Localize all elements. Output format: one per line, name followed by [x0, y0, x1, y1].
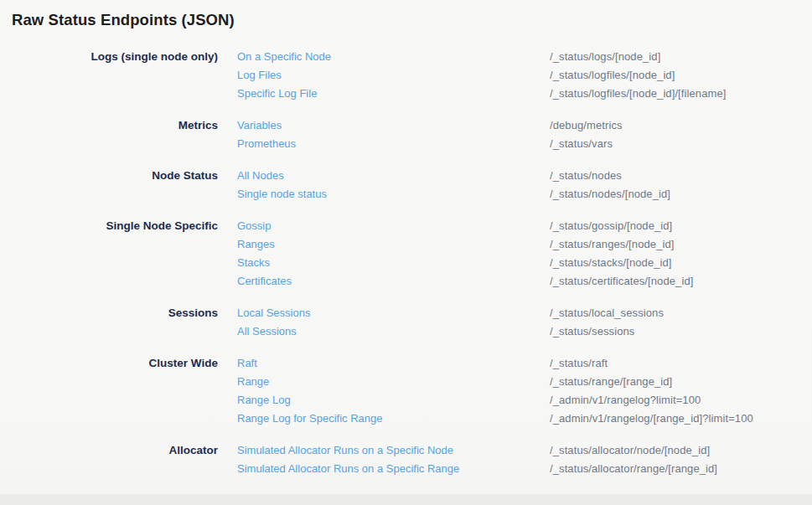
endpoint-link[interactable]: Specific Log File — [237, 87, 317, 100]
endpoint-link-cell: Simulated Allocator Runs on a Specific R… — [218, 461, 550, 476]
endpoint-link[interactable]: Certificates — [237, 275, 292, 287]
endpoint-section: Node Status All Nodes /_status/nodes Sin… — [0, 166, 812, 203]
endpoint-link-cell: Certificates — [218, 273, 550, 288]
endpoint-link-cell: Local Sessions — [218, 305, 550, 320]
endpoint-row: Ranges /_status/ranges/[node_id] — [218, 234, 812, 253]
endpoint-row: Log Files /_status/logfiles/[node_id] — [218, 65, 812, 84]
section-entries: Local Sessions /_status/local_sessions A… — [218, 303, 812, 340]
section-entries: All Nodes /_status/nodes Single node sta… — [218, 166, 812, 203]
endpoint-link-cell: Specific Log File — [218, 85, 550, 100]
page-title: Raw Status Endpoints (JSON) — [12, 11, 812, 29]
endpoint-link-cell: On a Specific Node — [218, 49, 550, 64]
endpoint-link[interactable]: Gossip — [237, 219, 271, 232]
footer-strip — [0, 494, 812, 505]
endpoint-row: Stacks /_status/stacks/[node_id] — [218, 253, 812, 271]
endpoint-link[interactable]: Stacks — [237, 256, 270, 269]
endpoint-link-cell: All Sessions — [218, 323, 550, 338]
endpoint-row: Specific Log File /_status/logfiles/[nod… — [218, 84, 812, 102]
endpoint-link-cell: Log Files — [218, 67, 550, 82]
endpoint-link[interactable]: Single node status — [237, 188, 327, 200]
endpoint-row: On a Specific Node /_status/logs/[node_i… — [218, 47, 812, 65]
endpoint-row: Simulated Allocator Runs on a Specific R… — [218, 459, 812, 477]
debug-endpoints-page: Raw Status Endpoints (JSON) Logs (single… — [0, 0, 812, 494]
section-category-label: Single Node Specific — [0, 216, 218, 290]
section-category-label: Sessions — [0, 303, 218, 340]
endpoint-link[interactable]: Local Sessions — [237, 307, 310, 319]
endpoint-link-cell: Simulated Allocator Runs on a Specific N… — [218, 442, 550, 457]
endpoint-link[interactable]: Prometheus — [237, 137, 296, 150]
endpoint-row: Single node status /_status/nodes/[node_… — [218, 184, 812, 203]
endpoint-path: /_status/certificates/[node_id] — [550, 275, 693, 287]
endpoint-link[interactable]: Log Files — [237, 69, 282, 81]
endpoint-section: Logs (single node only) On a Specific No… — [0, 47, 812, 102]
endpoint-path: /_status/logs/[node_id] — [550, 50, 660, 63]
section-category-label: Allocator — [0, 441, 218, 477]
endpoint-path: /_status/raft — [550, 357, 608, 369]
endpoint-row: All Sessions /_status/sessions — [218, 322, 812, 340]
endpoint-link[interactable]: All Sessions — [237, 325, 297, 338]
endpoint-link-cell: Gossip — [218, 218, 550, 233]
endpoint-path: /_status/logfiles/[node_id]/[filename] — [550, 87, 726, 100]
endpoint-row: Variables /debug/metrics — [218, 116, 812, 134]
endpoint-link-cell: Single node status — [218, 186, 550, 201]
endpoint-link[interactable]: On a Specific Node — [237, 50, 331, 63]
endpoint-path: /_status/sessions — [550, 325, 634, 338]
section-entries: Simulated Allocator Runs on a Specific N… — [218, 441, 812, 477]
endpoint-link-cell: Range Log for Specific Range — [218, 410, 550, 425]
endpoint-link-cell: Ranges — [218, 236, 550, 251]
section-entries: Raft /_status/raft Range /_status/range/… — [218, 353, 812, 427]
endpoint-path: /_status/ranges/[node_id] — [550, 238, 675, 250]
endpoint-path: /_status/logfiles/[node_id] — [550, 69, 675, 81]
endpoint-row: Simulated Allocator Runs on a Specific N… — [218, 441, 812, 459]
section-category-label: Metrics — [0, 116, 218, 152]
endpoint-link-cell: All Nodes — [218, 167, 550, 183]
endpoint-link-cell: Prometheus — [218, 136, 550, 151]
endpoint-row: All Nodes /_status/nodes — [218, 166, 812, 184]
endpoint-link-cell: Variables — [218, 117, 550, 132]
endpoint-section: Cluster Wide Raft /_status/raft Range /_… — [0, 353, 812, 427]
endpoint-link[interactable]: Raft — [237, 357, 257, 369]
endpoint-path: /_status/allocator/node/[node_id] — [550, 444, 710, 456]
endpoint-row: Gossip /_status/gossip/[node_id] — [218, 216, 812, 234]
endpoint-path: /_status/nodes — [550, 169, 622, 182]
endpoint-row: Prometheus /_status/vars — [218, 134, 812, 152]
endpoint-sections: Logs (single node only) On a Specific No… — [0, 47, 812, 477]
endpoint-path: /_status/stacks/[node_id] — [550, 256, 672, 269]
endpoint-section: Allocator Simulated Allocator Runs on a … — [0, 441, 812, 477]
endpoint-link-cell: Range Log — [218, 392, 550, 407]
endpoint-link-cell: Raft — [218, 355, 550, 370]
section-category-label: Logs (single node only) — [0, 47, 218, 102]
endpoint-row: Range /_status/range/[range_id] — [218, 372, 812, 390]
endpoint-link[interactable]: Range Log — [237, 394, 291, 406]
endpoint-path: /_status/local_sessions — [550, 307, 664, 319]
endpoint-path: /_admin/v1/rangelog/[range_id]?limit=100 — [550, 412, 753, 425]
endpoint-link-cell: Stacks — [218, 255, 550, 270]
endpoint-link[interactable]: All Nodes — [237, 169, 284, 182]
endpoint-link[interactable]: Simulated Allocator Runs on a Specific R… — [237, 462, 459, 475]
section-entries: Gossip /_status/gossip/[node_id] Ranges … — [218, 216, 812, 290]
section-category-label: Node Status — [0, 166, 218, 203]
endpoint-row: Range Log for Specific Range /_admin/v1/… — [218, 409, 812, 427]
endpoint-row: Raft /_status/raft — [218, 353, 812, 372]
endpoint-path: /_status/allocator/range/[range_id] — [550, 462, 717, 475]
endpoint-section: Single Node Specific Gossip /_status/gos… — [0, 216, 812, 290]
endpoint-link[interactable]: Range — [237, 375, 269, 388]
section-entries: On a Specific Node /_status/logs/[node_i… — [218, 47, 812, 102]
endpoint-link[interactable]: Range Log for Specific Range — [237, 412, 382, 425]
endpoint-link[interactable]: Simulated Allocator Runs on a Specific N… — [237, 444, 453, 456]
endpoint-link-cell: Range — [218, 374, 550, 389]
endpoint-link[interactable]: Ranges — [237, 238, 275, 250]
endpoint-link[interactable]: Variables — [237, 119, 282, 131]
endpoint-row: Certificates /_status/certificates/[node… — [218, 271, 812, 290]
endpoint-path: /_status/range/[range_id] — [550, 375, 672, 388]
section-entries: Variables /debug/metrics Prometheus /_st… — [218, 116, 812, 152]
section-category-label: Cluster Wide — [0, 353, 218, 427]
endpoint-path: /_status/gossip/[node_id] — [550, 219, 672, 232]
endpoint-path: /_status/nodes/[node_id] — [550, 188, 670, 200]
endpoint-section: Sessions Local Sessions /_status/local_s… — [0, 303, 812, 340]
endpoint-section: Metrics Variables /debug/metrics Prometh… — [0, 116, 812, 152]
endpoint-row: Range Log /_admin/v1/rangelog?limit=100 — [218, 390, 812, 409]
endpoint-path: /_status/vars — [550, 137, 613, 150]
endpoint-row: Local Sessions /_status/local_sessions — [218, 303, 812, 322]
endpoint-path: /debug/metrics — [550, 119, 623, 131]
